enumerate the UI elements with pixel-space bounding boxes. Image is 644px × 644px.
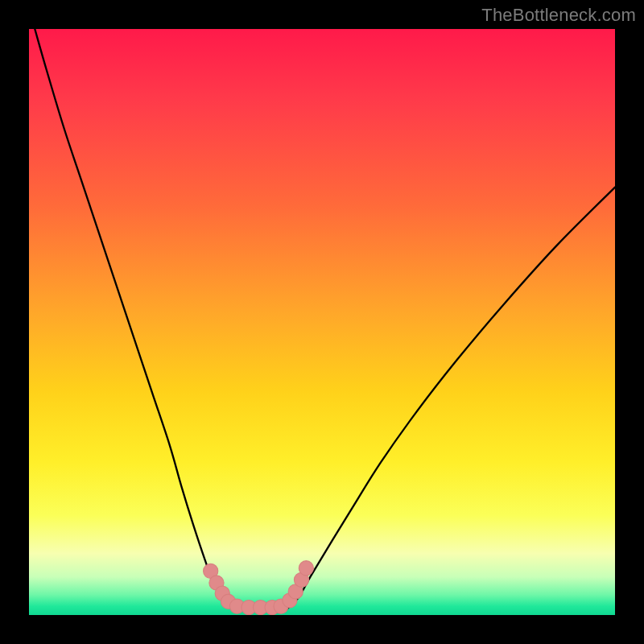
bottleneck-marker: [299, 561, 313, 576]
plot-area: [29, 29, 615, 615]
watermark-text: TheBottleneck.com: [481, 5, 636, 26]
curve-left: [35, 29, 234, 609]
bottleneck-markers: [204, 561, 314, 615]
frame: TheBottleneck.com: [0, 0, 644, 644]
curve-right: [287, 188, 615, 609]
chart-curves: [29, 29, 615, 615]
